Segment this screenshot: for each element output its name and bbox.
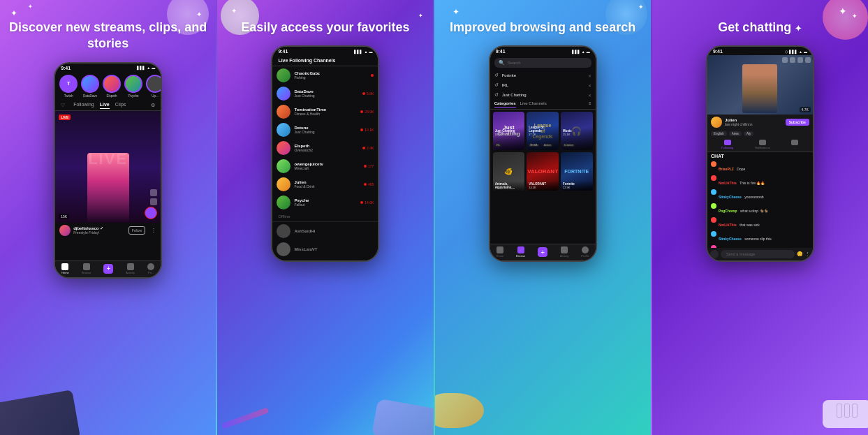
cast-video-icon[interactable] [782,57,788,63]
star-deco-1: ✦ [10,8,17,18]
follow-button[interactable]: Follow [128,226,145,235]
close-justchatting[interactable]: ✕ [588,93,591,98]
recent-fortnite[interactable]: ↺ Fortnite ✕ [490,71,596,80]
channel-row-ash[interactable]: AshSaidHi [272,222,378,240]
battery-4: ▬ [804,50,807,54]
time-2: 9:41 [278,49,288,54]
tab-live[interactable]: Live [100,102,110,109]
tab-clips[interactable]: Clips [115,102,126,108]
nav-browse[interactable]: Browse [82,263,91,274]
browse-icon [83,263,90,270]
avatar-misslala [277,242,290,256]
cat-jc-viewers: 10.1K [495,133,523,136]
controller-deco [371,399,433,435]
live-dot-2 [362,92,365,95]
close-fortnite[interactable]: ✕ [588,73,591,78]
settings-video-icon[interactable] [805,57,811,63]
nav-following-p4[interactable]: Following [721,140,733,149]
chat-input-box[interactable]: Send a message [721,250,795,258]
nav-notifs-p4[interactable]: Notifications [755,140,770,149]
julien-avatar [711,117,722,128]
subscribe-button[interactable]: Subscribe [786,119,809,126]
tag-aries[interactable]: Aries [729,131,742,136]
tab-categories[interactable]: Categories [494,101,516,108]
nav-add-3[interactable]: + [538,247,547,257]
chat-more-icon[interactable]: ⋮ [805,251,810,257]
channel-row-misslala[interactable]: MissLalaVT [272,240,378,258]
username-5: NotLikThis [719,223,737,227]
cat-just-chatting[interactable]: JustChatting Just Chatting 10.1K IRL [493,112,525,150]
chat-content-6: StinkyCheese someone clip this [719,230,772,243]
viewer-count-psyche: 14.6K [365,200,374,205]
search-bar[interactable]: 🔍 Search [494,58,591,68]
nav-home-label-3: Home [496,254,504,258]
tab-following[interactable]: Following [73,102,94,108]
fullscreen-icon[interactable] [797,57,803,63]
cat-league-of-legends[interactable]: LeagueofLegends League of Legends 27.7K … [527,112,559,150]
story-twitch[interactable]: T Twitch [59,75,78,98]
close-irl[interactable]: ✕ [588,83,591,88]
cat-valorant[interactable]: VALORANT VALORANT 14.2K [527,152,559,191]
chat-emoji-icon[interactable]: 😊 [797,251,803,257]
channel-row-datadave[interactable]: DataDave Just Chatting 5.8K [272,84,378,103]
nav-home-3[interactable]: Home [496,246,504,258]
viewers-elspeth: 2.4K [362,146,374,150]
channel-row-elspeth[interactable]: Elspeth Overwatch2 2.4K [272,139,378,157]
avatar-psyche-2 [277,196,290,209]
nav-more-p4[interactable]: ... [791,140,798,149]
wifi-4: ▲ [799,50,802,54]
nav-browse-label: Browse [82,271,91,274]
share-icon [150,189,157,196]
channel-row-owen[interactable]: owengejuicetv Minecraft 177 [272,157,378,175]
more-options-icon[interactable]: ⋮ [151,227,156,233]
signal-4: ▋▋▋ [789,50,797,54]
channel-row-chaotic[interactable]: ChaoticGabz Fishing [272,66,378,84]
nav-browse-3[interactable]: Browse [516,246,525,258]
channel-row-bignose[interactable]: BigNoseBug [272,258,378,260]
cat-music-viewers: 15.1K [563,133,591,136]
settings-icon[interactable]: ⚙ [151,103,155,108]
recent-justchatting[interactable]: ↺ Just Chatting ✕ [490,90,596,100]
pip-icon[interactable] [790,57,795,63]
nav-home[interactable]: Home [61,263,69,274]
heart-icon: ♡ [61,103,65,108]
add-icon-3: + [538,247,547,257]
story-label-twitch: Twitch [64,94,73,98]
nav-activity[interactable]: Activity [126,263,135,274]
profile-icon [147,263,154,270]
recent-irl[interactable]: ↺ IRL ✕ [490,80,596,90]
story-datadave[interactable]: DataDave [81,75,99,98]
cat-animals[interactable]: 🐠 Animals, Aquariums,... [493,152,525,191]
stories-row: T Twitch DataDave Elspeth Psyche U [55,72,161,101]
cat-music[interactable]: 🎧 Music 15.1K Creative [561,112,593,150]
viewers-detune: 10.1K [360,128,374,132]
msg-text-3: yoooooooob [744,195,764,199]
live-dot-7 [364,183,367,186]
tag-english[interactable]: English [711,131,727,136]
viewers-tomination: 23.9K [360,110,374,114]
nav-profile[interactable]: Pri... [147,263,154,274]
viewers-badge: 4.7K [800,107,811,112]
channel-row-detune[interactable]: Detune Just Chatting 10.1K [272,121,378,139]
bottom-nav-3: Home Browse + Activity Profile [490,244,596,260]
story-more[interactable]: Up... [146,75,161,98]
game-elspeth: Overwatch2 [294,148,359,152]
battery-2: ▬ [369,50,372,54]
emoji-icon[interactable] [710,250,719,258]
avatar-detune [277,123,290,137]
nav-profile-3[interactable]: Profile [581,246,589,258]
nav-activity-3[interactable]: Activity [560,246,569,258]
cat-fortnite[interactable]: FORTNITE Fortnite 22.9K [561,152,593,191]
nav-add[interactable]: + [103,264,113,274]
status-icons-1: ▋▋▋ ▲ ▬ [137,66,155,70]
story-elspeth[interactable]: Elspeth [103,75,121,98]
tab-live-channels[interactable]: Live Channels [520,101,547,108]
channel-row-tomination[interactable]: TominationTime Fitness & Health 23.9K [272,103,378,121]
channel-row-psyche[interactable]: Psyche Fallout 14.6K [272,193,378,212]
tag-aly[interactable]: Aly [744,131,753,136]
story-psyche[interactable]: Psyche [124,75,142,98]
filter-icon[interactable]: ≡ [589,101,591,108]
wifi-3: ▲ [582,50,585,54]
channel-row-julien[interactable]: Julien Food & Drink 465 [272,175,378,193]
viewers-chaoticgabz [371,74,374,77]
